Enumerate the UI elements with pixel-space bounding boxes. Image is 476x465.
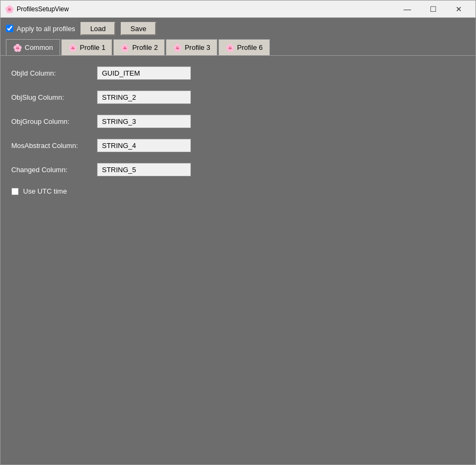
profile3-tab-icon: 🌸 <box>173 43 182 52</box>
label-changed: Changed Column: <box>11 166 97 174</box>
utc-row: Use UTC time <box>11 187 465 195</box>
minimize-button[interactable]: — <box>395 2 420 17</box>
window-title: ProfilesSetupView <box>17 5 395 13</box>
profile3-tab-label: Profile 3 <box>185 43 210 51</box>
load-button[interactable]: Load <box>80 22 115 35</box>
app-icon: 🌸 <box>5 5 13 13</box>
input-objgroup[interactable] <box>97 115 191 128</box>
profile6-tab-label: Profile 6 <box>237 43 263 51</box>
label-objgroup: ObjGroup Column: <box>11 117 97 126</box>
input-objid[interactable] <box>97 67 191 80</box>
apply-to-all-label[interactable]: Apply to all profiles <box>6 25 75 33</box>
input-mosabstract[interactable] <box>97 139 191 152</box>
close-button[interactable]: ✕ <box>446 2 471 17</box>
form-group-objgroup: ObjGroup Column: <box>11 115 465 128</box>
main-content: ObjId Column: ObjSlug Column: ObjGroup C… <box>1 55 475 464</box>
title-bar: 🌸 ProfilesSetupView — ☐ ✕ <box>1 1 475 18</box>
profile6-tab-icon: 🌸 <box>225 43 235 52</box>
maximize-button[interactable]: ☐ <box>421 2 445 17</box>
toolbar: Apply to all profiles Load Save <box>1 18 475 39</box>
profile1-tab-icon: 🌸 <box>68 43 77 52</box>
window-controls: — ☐ ✕ <box>395 2 471 17</box>
save-button[interactable]: Save <box>121 22 156 35</box>
form-group-mosabstract: MosAbstract Column: <box>11 139 465 152</box>
common-tab-icon: 🌸 <box>13 43 22 52</box>
tab-profile1[interactable]: 🌸 Profile 1 <box>61 39 113 55</box>
form-group-changed: Changed Column: <box>11 163 465 176</box>
label-objid: ObjId Column: <box>11 69 97 77</box>
tab-profile3[interactable]: 🌸 Profile 3 <box>166 39 217 55</box>
profile1-tab-label: Profile 1 <box>80 43 106 51</box>
tabs-container: 🌸 Common 🌸 Profile 1 🌸 Profile 2 🌸 Profi… <box>1 39 475 55</box>
tab-profile6[interactable]: 🌸 Profile 6 <box>218 39 270 55</box>
profile2-tab-label: Profile 2 <box>132 43 158 51</box>
common-tab-label: Common <box>25 43 53 51</box>
input-changed[interactable] <box>97 163 191 176</box>
use-utc-label: Use UTC time <box>23 187 67 195</box>
form-group-objslug: ObjSlug Column: <box>11 91 465 104</box>
apply-to-all-text: Apply to all profiles <box>17 25 75 33</box>
form-group-objid: ObjId Column: <box>11 67 465 80</box>
main-window: 🌸 ProfilesSetupView — ☐ ✕ Apply to all p… <box>0 0 476 465</box>
use-utc-checkbox[interactable] <box>11 188 19 195</box>
label-objslug: ObjSlug Column: <box>11 93 97 101</box>
apply-to-all-checkbox[interactable] <box>6 25 13 32</box>
label-mosabstract: MosAbstract Column: <box>11 142 97 150</box>
input-objslug[interactable] <box>97 91 191 104</box>
profile2-tab-icon: 🌸 <box>120 43 129 52</box>
tab-profile2[interactable]: 🌸 Profile 2 <box>113 39 165 55</box>
tab-common[interactable]: 🌸 Common <box>6 39 60 55</box>
